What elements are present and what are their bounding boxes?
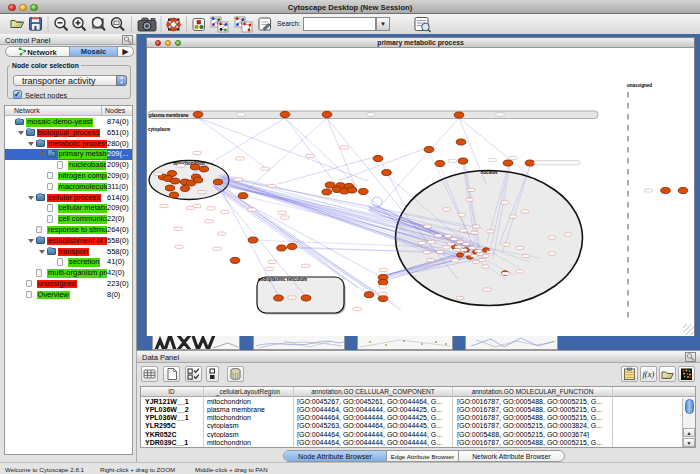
svg-text:plasma membrane: plasma membrane [149, 113, 189, 118]
svg-text:unassigned: unassigned [627, 83, 652, 88]
svg-text:f(x): f(x) [643, 369, 655, 379]
svg-text:cytoplasm: cytoplasm [148, 127, 170, 132]
svg-text:endoplasmic reticulum: endoplasmic reticulum [258, 277, 307, 282]
svg-text:nucleus: nucleus [480, 170, 498, 175]
